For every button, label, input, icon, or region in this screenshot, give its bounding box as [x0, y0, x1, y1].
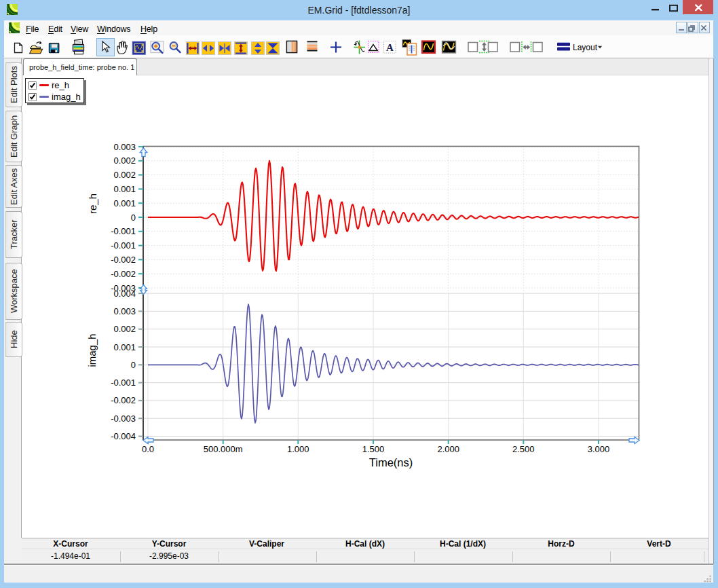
svg-text:A: A	[386, 42, 394, 53]
svg-text:Layout: Layout	[573, 43, 598, 52]
